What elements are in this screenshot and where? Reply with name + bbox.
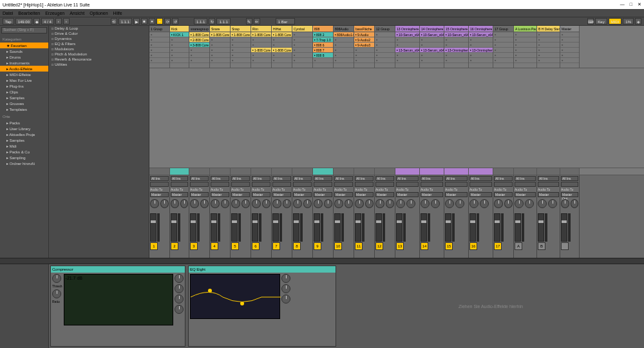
- clip-slot[interactable]: 10-Serum_x64: [420, 32, 444, 37]
- position-field[interactable]: 1.1.1: [118, 18, 132, 24]
- scene-stop[interactable]: [189, 168, 210, 175]
- clip-slot[interactable]: 1-808 Core Kit: [251, 48, 271, 53]
- output-selector[interactable]: Master Out: [561, 192, 578, 197]
- output-selector[interactable]: Master: [355, 192, 374, 197]
- clip-slot[interactable]: 1-808 Core Kit: [210, 32, 230, 37]
- clip-slot-empty[interactable]: [292, 37, 312, 43]
- clip-slot[interactable]: 1-808 Core Kit: [272, 48, 292, 53]
- clip-slot-empty[interactable]: [292, 32, 312, 37]
- send-a-knob[interactable]: [396, 199, 405, 208]
- volume-fader[interactable]: [515, 213, 521, 242]
- track-activator[interactable]: 6: [252, 242, 260, 250]
- volume-fader[interactable]: [334, 213, 341, 242]
- scene-stop[interactable]: [514, 168, 537, 175]
- menu-datei[interactable]: Datei: [3, 11, 13, 15]
- menu-hilfe[interactable]: Hilfe: [113, 11, 122, 15]
- track-header[interactable]: Cymbal: [292, 26, 312, 32]
- input-selector[interactable]: All Ins: [515, 176, 536, 181]
- category-item[interactable]: ▸ Clips: [0, 89, 48, 95]
- nudge-up-icon[interactable]: ›: [63, 18, 70, 24]
- menu-ansicht[interactable]: Ansicht: [70, 11, 84, 15]
- monitor-selector[interactable]: [421, 182, 443, 187]
- category-item[interactable]: ▸ Drums: [0, 54, 48, 60]
- track-activator[interactable]: 9: [314, 242, 321, 250]
- clip-slot-empty[interactable]: [272, 43, 292, 48]
- clip-slot[interactable]: 808 8: [313, 53, 333, 58]
- clip-slot-empty[interactable]: [420, 53, 444, 58]
- track-activator[interactable]: A: [515, 242, 522, 250]
- clip-slot[interactable]: 1-808 Core Kit: [251, 32, 271, 37]
- place-item[interactable]: ▸ Midi: [0, 143, 48, 149]
- monitor-selector[interactable]: [375, 182, 394, 187]
- send-b-knob[interactable]: [345, 199, 354, 208]
- volume-fader[interactable]: [293, 213, 299, 242]
- send-a-knob[interactable]: [355, 199, 364, 208]
- scene-stop[interactable]: [170, 168, 189, 175]
- eq-device[interactable]: EQ Eight: [188, 266, 336, 347]
- eq-title[interactable]: EQ Eight: [189, 266, 336, 273]
- clip-slot-empty[interactable]: [444, 58, 468, 63]
- clip-slot-empty[interactable]: [560, 58, 579, 63]
- key-button[interactable]: Key: [595, 18, 607, 24]
- category-item[interactable]: ▸ Audio-Effekte: [0, 66, 48, 72]
- track-header[interactable]: 14 Omnisphere: [420, 26, 444, 32]
- clip-slot-empty[interactable]: [189, 58, 209, 63]
- clip-slot-empty[interactable]: [493, 53, 513, 58]
- volume-fader[interactable]: [272, 213, 279, 242]
- output-selector[interactable]: Master: [396, 192, 419, 197]
- scene-stop[interactable]: [395, 168, 420, 175]
- input-selector[interactable]: All Ins: [190, 176, 209, 181]
- send-a-knob[interactable]: [538, 199, 547, 208]
- track-activator[interactable]: 12: [375, 242, 383, 250]
- clip-slot-empty[interactable]: [210, 58, 230, 63]
- clip-slot[interactable]: 9-Audio2: [354, 37, 374, 43]
- clip-slot-empty[interactable]: [334, 58, 354, 63]
- clip-slot-empty[interactable]: [493, 58, 513, 63]
- clip-slot-empty[interactable]: [514, 43, 536, 48]
- track-activator[interactable]: 2: [171, 242, 178, 250]
- send-a-knob[interactable]: [494, 199, 503, 208]
- monitor-selector[interactable]: [445, 182, 468, 187]
- track-activator[interactable]: 1: [150, 242, 158, 250]
- clip-slot[interactable]: 1-808 Core Kit: [231, 32, 251, 37]
- category-item[interactable]: ▸ Grooves: [0, 101, 48, 106]
- category-item[interactable]: ▸ Templates: [0, 106, 48, 112]
- track-header[interactable]: A Lustrous Pad: [514, 26, 536, 32]
- clip-slot-empty[interactable]: [560, 48, 579, 53]
- folder-item[interactable]: EQ & Filters: [49, 41, 149, 46]
- clip-slot-empty[interactable]: [514, 32, 536, 37]
- clip-slot[interactable]: 9-Audio3: [354, 43, 374, 48]
- input-selector[interactable]: All Ins: [150, 176, 169, 181]
- send-a-knob[interactable]: [334, 199, 343, 208]
- clip-slot-empty[interactable]: [514, 48, 536, 53]
- send-b-knob[interactable]: [431, 199, 440, 208]
- input-selector[interactable]: All Ins: [314, 176, 332, 181]
- clip-slot-empty[interactable]: [170, 43, 189, 48]
- track-activator[interactable]: 8: [293, 242, 301, 250]
- clip-slot-empty[interactable]: [272, 53, 292, 58]
- threshold-knob[interactable]: [52, 274, 61, 283]
- volume-fader[interactable]: [150, 213, 156, 242]
- drywet-knob[interactable]: [175, 305, 184, 314]
- track-header[interactable]: Rim: [251, 26, 271, 32]
- clip-slot[interactable]: 9-Audio: [354, 32, 374, 37]
- clip-slot[interactable]: 808 7: [313, 48, 333, 53]
- clip-slot-empty[interactable]: [469, 37, 493, 43]
- input-selector[interactable]: All Ins: [469, 176, 492, 181]
- volume-fader[interactable]: [252, 213, 258, 242]
- scene-stop[interactable]: [444, 168, 469, 175]
- clip-slot-empty[interactable]: [560, 53, 579, 58]
- track-header[interactable]: 17 Group: [493, 26, 513, 32]
- track-header[interactable]: snaresgroup: [189, 26, 209, 32]
- send-a-knob[interactable]: [211, 199, 220, 208]
- clip-slot[interactable]: 10-Serum_x64: [395, 32, 419, 37]
- input-selector[interactable]: All Ins: [171, 176, 188, 181]
- volume-fader[interactable]: [231, 213, 238, 242]
- clip-slot-empty[interactable]: [537, 32, 560, 37]
- search-input[interactable]: Suchen (Strg + F): [1, 27, 47, 34]
- send-b-knob[interactable]: [200, 199, 209, 208]
- volume-fader[interactable]: [171, 213, 177, 242]
- volume-fader[interactable]: [538, 213, 544, 242]
- track-activator[interactable]: 5: [231, 242, 239, 250]
- monitor-selector[interactable]: [396, 182, 419, 187]
